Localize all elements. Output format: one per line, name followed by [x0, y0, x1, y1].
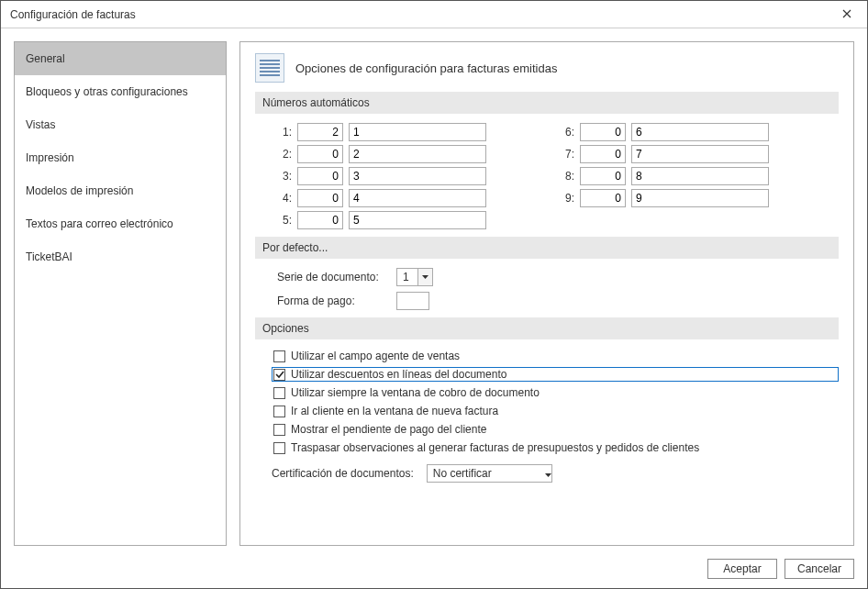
sidebar-item-3[interactable]: Impresión	[15, 141, 226, 174]
option-label: Utilizar siempre la ventana de cobro de …	[291, 386, 540, 399]
chevron-down-icon[interactable]	[417, 269, 432, 285]
option-row-5[interactable]: Traspasar observaciones al generar factu…	[272, 440, 839, 455]
forma-input[interactable]	[396, 292, 429, 310]
footer: Aceptar Cancelar	[1, 550, 867, 588]
forma-row: Forma de pago:	[277, 292, 839, 310]
checkbox[interactable]	[273, 369, 285, 381]
checkbox[interactable]	[273, 406, 285, 417]
num-series-input[interactable]	[631, 167, 769, 185]
num-counter-input[interactable]	[580, 123, 626, 141]
close-button[interactable]	[827, 1, 867, 28]
num-series-input[interactable]	[631, 145, 769, 163]
close-icon	[842, 8, 851, 21]
sidebar-item-1[interactable]: Bloqueos y otras configuraciones	[15, 75, 226, 108]
titlebar: Configuración de facturas	[1, 1, 867, 28]
checkbox[interactable]	[273, 350, 285, 362]
checkbox[interactable]	[273, 442, 285, 454]
cert-select[interactable]: No certificar	[427, 464, 552, 483]
option-label: Utilizar descuentos en líneas del docume…	[291, 368, 506, 381]
num-counter-input[interactable]	[580, 145, 626, 163]
section-defaults-header: Por defecto...	[255, 237, 839, 259]
num-label: 1:	[277, 126, 292, 139]
num-counter-input[interactable]	[297, 211, 343, 229]
num-series-input[interactable]	[631, 189, 769, 207]
main-panel: Opciones de configuración para facturas …	[239, 41, 854, 546]
num-row-5: 5:	[277, 211, 486, 229]
auto-numbers-grid: 1:2:3:4:5: 6:7:8:9:	[255, 123, 839, 229]
window-title: Configuración de facturas	[10, 8, 827, 21]
ok-button[interactable]: Aceptar	[707, 559, 777, 579]
num-label: 7:	[560, 148, 574, 161]
sidebar-item-2[interactable]: Vistas	[15, 108, 226, 141]
options-block: Utilizar el campo agente de ventasUtiliz…	[255, 349, 839, 483]
num-row-7: 7:	[560, 145, 769, 163]
option-row-1[interactable]: Utilizar descuentos en líneas del docume…	[272, 367, 839, 382]
num-row-8: 8:	[560, 167, 769, 185]
option-row-3[interactable]: Ir al cliente en la ventana de nueva fac…	[272, 404, 839, 418]
option-label: Ir al cliente en la ventana de nueva fac…	[291, 405, 498, 417]
dialog-window: Configuración de facturas GeneralBloqueo…	[0, 0, 868, 589]
num-row-3: 3:	[277, 167, 486, 185]
num-series-input[interactable]	[349, 167, 486, 185]
option-label: Mostrar el pendiente de pago del cliente	[291, 423, 486, 436]
sidebar-item-5[interactable]: Textos para correo electrónico	[15, 207, 226, 240]
document-icon	[255, 53, 284, 83]
num-series-input[interactable]	[631, 123, 769, 141]
chevron-down-icon[interactable]	[545, 467, 551, 480]
num-counter-input[interactable]	[580, 189, 626, 207]
num-label: 3:	[277, 170, 292, 183]
serie-label: Serie de documento:	[277, 271, 387, 283]
serie-select[interactable]: 1	[396, 268, 433, 286]
num-counter-input[interactable]	[297, 189, 343, 207]
num-series-input[interactable]	[349, 123, 486, 141]
cert-row: Certificación de documentos:No certifica…	[272, 464, 839, 483]
num-counter-input[interactable]	[297, 123, 343, 141]
num-label: 6:	[560, 126, 574, 139]
num-row-6: 6:	[560, 123, 769, 141]
option-row-4[interactable]: Mostrar el pendiente de pago del cliente	[272, 422, 839, 437]
sidebar: GeneralBloqueos y otras configuracionesV…	[14, 41, 227, 546]
forma-label: Forma de pago:	[277, 294, 387, 307]
num-series-input[interactable]	[349, 211, 486, 229]
panel-title: Opciones de configuración para facturas …	[295, 61, 557, 75]
section-auto-numbers-header: Números automáticos	[255, 92, 839, 114]
content-area: GeneralBloqueos y otras configuracionesV…	[1, 28, 867, 550]
num-label: 4:	[277, 192, 292, 205]
num-series-input[interactable]	[349, 145, 486, 163]
num-row-4: 4:	[277, 189, 486, 207]
cancel-button[interactable]: Cancelar	[785, 559, 854, 579]
num-counter-input[interactable]	[297, 145, 343, 163]
num-counter-input[interactable]	[580, 167, 626, 185]
option-label: Utilizar el campo agente de ventas	[291, 350, 460, 362]
num-label: 2:	[277, 148, 292, 161]
cert-label: Certificación de documentos:	[272, 467, 414, 480]
num-row-9: 9:	[560, 189, 769, 207]
num-counter-input[interactable]	[297, 167, 343, 185]
sidebar-item-0[interactable]: General	[15, 42, 226, 75]
serie-row: Serie de documento: 1	[277, 268, 839, 286]
num-row-1: 1:	[277, 123, 486, 141]
option-row-0[interactable]: Utilizar el campo agente de ventas	[272, 349, 839, 363]
num-label: 8:	[560, 170, 574, 183]
num-label: 5:	[277, 214, 292, 227]
section-options-header: Opciones	[255, 317, 839, 339]
defaults-block: Serie de documento: 1 Forma de pago:	[255, 268, 839, 310]
num-row-2: 2:	[277, 145, 486, 163]
cert-value: No certificar	[428, 467, 545, 480]
sidebar-item-6[interactable]: TicketBAI	[15, 240, 226, 273]
panel-header: Opciones de configuración para facturas …	[255, 53, 839, 83]
serie-value: 1	[397, 271, 417, 283]
option-label: Traspasar observaciones al generar factu…	[291, 441, 699, 454]
checkbox[interactable]	[273, 424, 285, 436]
num-label: 9:	[560, 192, 574, 205]
option-row-2[interactable]: Utilizar siempre la ventana de cobro de …	[272, 385, 839, 400]
checkbox[interactable]	[273, 387, 285, 399]
num-series-input[interactable]	[349, 189, 486, 207]
sidebar-item-4[interactable]: Modelos de impresión	[15, 174, 226, 207]
